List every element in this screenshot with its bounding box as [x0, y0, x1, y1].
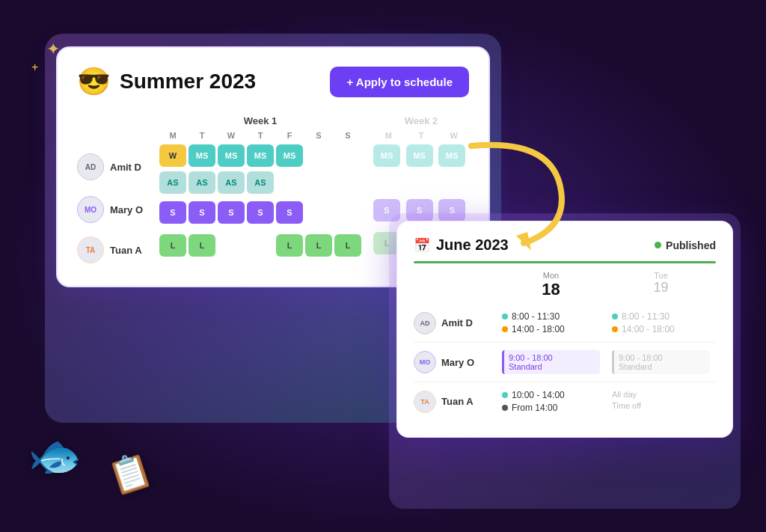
day-mon-label: Mon [496, 271, 606, 280]
dh-f1: F [276, 131, 303, 140]
tuan-timeoff: Time off [612, 401, 710, 410]
avatar-amit: AD [77, 153, 104, 180]
avatar-mary-sched: MO [414, 351, 436, 373]
shift-block-time: 9:00 - 18:00 [619, 353, 705, 362]
card-title: Summer 2023 [120, 70, 256, 94]
apply-to-schedule-button[interactable]: + Apply to schedule [330, 67, 469, 97]
emp-row-amit: AD Amit D [77, 147, 152, 187]
dh-t1: T [189, 131, 215, 140]
emp-row-mary: MO Mary O [77, 195, 152, 224]
shift-cell-empty [334, 144, 361, 167]
dh-m1: M [159, 131, 186, 140]
day-mon-num: 18 [496, 280, 606, 299]
shift-block-label: Standard [509, 362, 595, 371]
shift-cell-as: AS [189, 171, 215, 194]
svg-marker-0 [516, 232, 531, 251]
shift-dot [502, 405, 508, 411]
shift-dot-orange [502, 326, 508, 332]
sched-name-amit: Amit D [441, 317, 473, 328]
day-tue-header: Tue 19 [606, 271, 716, 299]
sched-emp-info-mary: MO Mary O [414, 350, 496, 374]
shift-item-muted: 8:00 - 11:30 [612, 311, 710, 322]
shift-dot-teal [612, 314, 618, 319]
sched-emp-info-amit: AD Amit D [414, 311, 496, 334]
shift-cell-empty [276, 171, 303, 194]
shift-block-label: Standard [619, 362, 705, 371]
shift-cell: MS [373, 144, 400, 167]
shift-cell-empty [247, 234, 274, 257]
amit-mon-shifts: 8:00 - 11:30 14:00 - 18:00 [496, 311, 606, 334]
week1-label: Week 1 [159, 115, 361, 126]
shift-cell-s: S [247, 201, 274, 224]
shift-time: 14:00 - 18:00 [512, 324, 565, 334]
dh-t2: T [247, 131, 274, 140]
dh-w1: W [218, 131, 245, 140]
emp-name-amit: Amit D [110, 162, 141, 173]
shift-time: 10:00 - 14:00 [512, 390, 565, 400]
amit-tue-shifts: 8:00 - 11:30 14:00 - 18:00 [606, 311, 716, 334]
shift-time: 8:00 - 11:30 [622, 311, 670, 322]
avatar-tuan: TA [77, 236, 104, 263]
calendar-icon: 📅 [414, 237, 430, 254]
shift-cell: MS [218, 144, 245, 167]
tuan-allday: All day [612, 390, 710, 399]
shift-dot-orange [612, 326, 618, 332]
shift-cell: MS [189, 144, 215, 167]
dh-m2: M [373, 131, 404, 140]
shift-cell-empty [305, 171, 332, 194]
shift-cell-w: W [159, 144, 186, 167]
avatar-amit-sched: AD [414, 312, 436, 334]
shift-cell-s: S [218, 201, 245, 224]
shift-cell-as: AS [247, 171, 274, 194]
shift-cell: MS [247, 144, 274, 167]
shift-cell-s: S [159, 201, 186, 224]
week2-label: Week 2 [373, 115, 469, 126]
shift-item: 10:00 - 14:00 [502, 390, 600, 400]
card-header: 😎 Summer 2023 + Apply to schedule [77, 66, 469, 97]
employee-names-col: AD Amit D MO Mary O TA Tuan A [77, 115, 159, 265]
tuan-w1-shifts: L L L L L [159, 234, 361, 257]
sched-row-tuan: TA Tuan A 10:00 - 14:00 From 14:00 All d… [414, 382, 716, 421]
shift-time: 14:00 - 18:00 [622, 324, 675, 334]
mary-w1-shifts: S S S S S [159, 201, 361, 224]
avatar-mary: MO [77, 196, 104, 223]
spacer [414, 271, 496, 299]
shift-cell-s: S [276, 201, 303, 224]
published-badge: Published [655, 239, 716, 251]
dh-s2: S [334, 131, 361, 140]
shift-cell-l: L [159, 234, 186, 257]
week1-day-headers: M T W T F S S [159, 131, 361, 140]
shift-cell-l: L [305, 234, 332, 257]
shift-block-purple: 9:00 - 18:00 Standard [502, 350, 600, 374]
shift-item: 14:00 - 18:00 [502, 324, 600, 334]
green-divider [414, 261, 716, 263]
shift-cell-l: L [334, 234, 361, 257]
shift-cell-empty [334, 201, 361, 224]
shift-cell-as: AS [159, 171, 186, 194]
shift-cell: MS [406, 144, 433, 167]
shift-time: 8:00 - 11:30 [512, 311, 560, 322]
sched-emp-info-tuan: TA Tuan A [414, 390, 496, 413]
title-group: 😎 Summer 2023 [77, 66, 256, 97]
apply-btn-label: + Apply to schedule [346, 76, 453, 88]
published-label: Published [666, 239, 716, 251]
mary-mon-shifts: 9:00 - 18:00 Standard [496, 350, 606, 374]
shift-cell-s: S [189, 201, 215, 224]
sched-row-mary: MO Mary O 9:00 - 18:00 Standard 9:00 - 1… [414, 343, 716, 382]
shift-cell-l: L [276, 234, 303, 257]
emp-name-mary: Mary O [110, 204, 143, 215]
shift-cell-empty [218, 234, 245, 257]
emp-row-tuan: TA Tuan A [77, 235, 152, 265]
day-tue-label: Tue [606, 271, 716, 280]
amit-w1-shifts: MS MS MS MS W AS AS AS AS [159, 144, 361, 194]
star-decoration-2: + [31, 61, 38, 73]
shift-cell-empty [305, 201, 332, 224]
shift-cell-as: AS [218, 171, 245, 194]
day-cols-header: Mon 18 Tue 19 [414, 271, 716, 299]
status-dot [655, 242, 661, 248]
shift-block-time: 9:00 - 18:00 [509, 353, 595, 362]
sched-row-amit: AD Amit D 8:00 - 11:30 14:00 - 18:00 8:0… [414, 304, 716, 343]
shift-dot [502, 392, 508, 398]
title-emoji: 😎 [77, 66, 111, 97]
shift-block-muted: 9:00 - 18:00 Standard [612, 350, 710, 374]
